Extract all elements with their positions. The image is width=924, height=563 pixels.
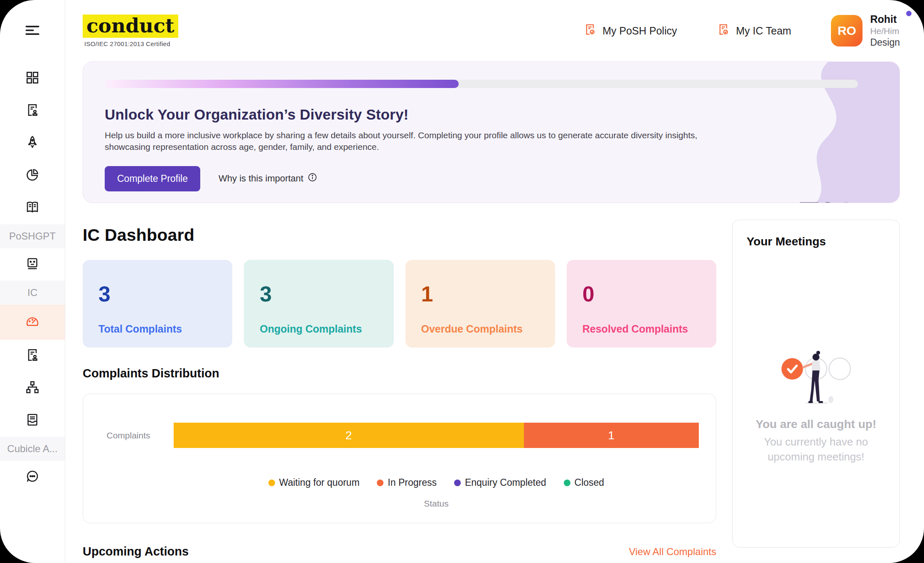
meetings-title: Your Meetings (747, 235, 885, 248)
stat-card-resolved[interactable]: 0 Resolved Complaints (567, 260, 716, 348)
robot-icon (25, 256, 40, 273)
legend-label: Closed (575, 477, 605, 488)
sidebar-section-label: IC (27, 287, 37, 299)
sidebar-section-label: Cubicle A... (7, 443, 57, 455)
stat-value: 1 (421, 283, 539, 305)
legend-dot (377, 480, 383, 486)
legend-item-waiting[interactable]: Waiting for quorum (268, 477, 359, 488)
profile-progress-bar (105, 80, 858, 88)
open-book-icon (25, 200, 40, 216)
caught-up-illustration (754, 339, 878, 405)
sidebar-item-reports[interactable] (0, 159, 65, 192)
document-person-icon (25, 348, 40, 364)
complete-profile-button[interactable]: Complete Profile (105, 166, 200, 191)
stat-label: Overdue Complaints (421, 323, 539, 335)
profile-progress-fill (105, 80, 459, 88)
upcoming-actions-title: Upcoming Actions (83, 545, 189, 558)
main-area: conduct ISO/IEC 27001:2013 Certified My … (65, 0, 924, 563)
stat-label: Total Complaints (98, 323, 216, 335)
document-stamp-icon (25, 103, 40, 119)
stat-cards: 3 Total Complaints 3 Ongoing Complaints … (83, 260, 716, 348)
legend-dot (564, 480, 570, 486)
stat-value: 3 (260, 283, 378, 305)
menu-toggle-button[interactable] (0, 0, 65, 62)
stat-value: 0 (582, 283, 700, 305)
sidebar-item-ic-dashboard[interactable] (0, 305, 65, 340)
avatar[interactable]: RO (831, 15, 863, 47)
team-document-icon (717, 23, 730, 39)
notification-dot (906, 11, 912, 16)
legend-label: Enquiry Completed (465, 477, 546, 488)
stacked-bar: 2 1 (174, 423, 699, 448)
meetings-empty-body: You currently have no upcoming meetings! (747, 434, 885, 465)
legend-item-enquiry-completed[interactable]: Enquiry Completed (454, 477, 546, 488)
sidebar-item-poshgpt-bot[interactable] (0, 248, 65, 281)
stat-card-total[interactable]: 3 Total Complaints (83, 260, 232, 348)
page-title: IC Dashboard (83, 225, 716, 245)
sidebar-section-label: PoSHGPT (9, 230, 56, 242)
sidebar-item-records[interactable] (0, 404, 65, 437)
document-tray-icon (25, 412, 40, 429)
posh-policy-label: My PoSH Policy (602, 25, 677, 37)
info-icon (307, 172, 317, 185)
profile-pronouns: He/Him (870, 26, 900, 36)
logo: conduct (83, 15, 178, 38)
sidebar-item-training[interactable] (0, 192, 65, 224)
chart-x-axis-title: Status (174, 499, 699, 509)
brand: conduct ISO/IEC 27001:2013 Certified (83, 15, 178, 47)
ic-team-label: My IC Team (736, 25, 791, 37)
legend-dot (454, 480, 461, 486)
bar-segment-waiting[interactable]: 2 (174, 423, 524, 448)
pie-chart-icon (25, 167, 40, 184)
sidebar: PoSHGPT IC (0, 0, 65, 563)
legend-item-in-progress[interactable]: In Progress (377, 477, 437, 488)
profile-completion-percent: 47% (777, 194, 855, 203)
ic-team-link[interactable]: My IC Team (717, 23, 791, 39)
chart-legend: Waiting for quorum In Progress Enquiry C… (174, 477, 699, 488)
stat-label: Ongoing Complaints (260, 323, 378, 335)
sidebar-item-cases[interactable] (0, 340, 65, 372)
org-chart-icon (25, 380, 40, 397)
sidebar-item-chat[interactable] (0, 461, 65, 493)
grid-icon (25, 70, 40, 87)
diversity-banner: 47% Unlock Your Organization’s Diversity… (83, 61, 900, 203)
profile-role: Design (870, 37, 900, 48)
chat-bubble-icon (25, 469, 40, 485)
meetings-empty-title: You are all caught up! (747, 418, 885, 431)
top-bar: conduct ISO/IEC 27001:2013 Certified My … (65, 0, 924, 61)
banner-description: Help us build a more inclusive workplace… (105, 130, 720, 153)
legend-dot (268, 480, 275, 486)
certification-text: ISO/IEC 27001:2013 Certified (83, 40, 178, 47)
stat-value: 3 (98, 283, 216, 305)
legend-item-closed[interactable]: Closed (564, 477, 605, 488)
app-window: PoSHGPT IC (0, 0, 924, 563)
profile-menu[interactable]: RO Rohit He/Him Design (831, 13, 900, 48)
legend-label: Waiting for quorum (279, 477, 359, 488)
why-important-link[interactable]: Why is this important (219, 172, 317, 185)
complaints-distribution-chart: Complaints 2 1 Waiting for qu (83, 394, 716, 523)
sidebar-item-dashboard[interactable] (0, 62, 65, 95)
your-meetings-card: Your Meetings (732, 220, 900, 548)
stat-card-overdue[interactable]: 1 Overdue Complaints (405, 260, 555, 348)
content-scroll[interactable]: 47% Unlock Your Organization’s Diversity… (65, 61, 924, 563)
why-important-label: Why is this important (219, 173, 303, 184)
sidebar-item-launch[interactable] (0, 127, 65, 159)
rocket-icon (25, 135, 40, 152)
distribution-title: Complaints Distribution (83, 367, 716, 380)
speedometer-icon (25, 314, 40, 330)
sidebar-section-cubicle[interactable]: Cubicle A... (0, 437, 65, 461)
profile-name: Rohit (870, 13, 900, 25)
sidebar-section-ic[interactable]: IC (0, 281, 65, 305)
stat-card-ongoing[interactable]: 3 Ongoing Complaints (244, 260, 393, 348)
policy-document-icon (583, 23, 597, 39)
sidebar-section-poshgpt[interactable]: PoSHGPT (0, 224, 65, 248)
sidebar-item-org[interactable] (0, 372, 65, 404)
hamburger-icon (23, 21, 42, 41)
stat-label: Resolved Complaints (582, 323, 700, 335)
view-all-complaints-link[interactable]: View All Complaints (629, 546, 716, 558)
bar-segment-in-progress[interactable]: 1 (524, 423, 699, 448)
posh-policy-link[interactable]: My PoSH Policy (583, 23, 677, 39)
banner-title: Unlock Your Organization’s Diversity Sto… (105, 106, 858, 123)
legend-label: In Progress (388, 477, 437, 488)
sidebar-item-policy[interactable] (0, 95, 65, 127)
